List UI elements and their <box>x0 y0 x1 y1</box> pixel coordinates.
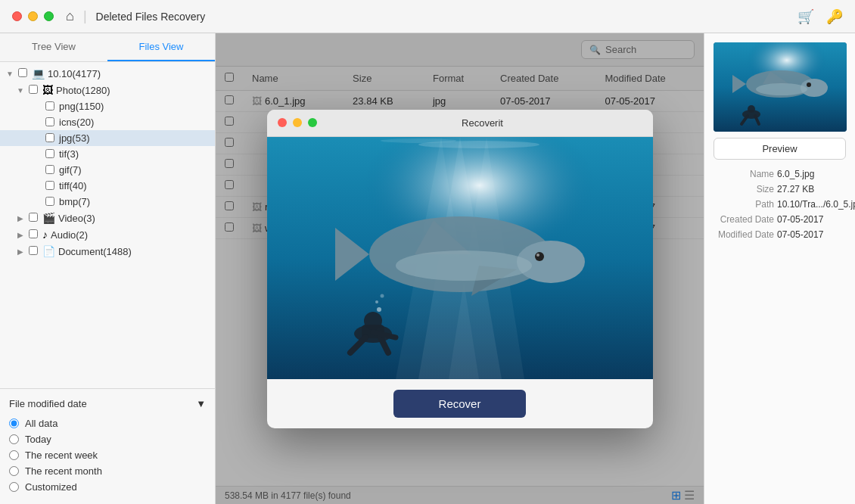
modal-recover-button[interactable]: Recover <box>393 390 527 418</box>
tree-toggle-icon[interactable]: ▶ <box>15 229 26 240</box>
tree-checkbox[interactable] <box>45 133 56 144</box>
filter-title[interactable]: File modified date ▼ <box>9 395 206 412</box>
key-icon[interactable]: 🔑 <box>826 8 843 25</box>
tree-item-selected[interactable]: jpg(53) <box>0 130 215 146</box>
meta-path-label: Path <box>714 199 774 210</box>
modal-maximize-button[interactable] <box>308 118 317 127</box>
tree-item[interactable]: ▼ 🖼 Photo(1280) <box>0 82 215 98</box>
meta-modified-row: Modified Date 07-05-2017 <box>714 229 846 240</box>
tree-item-label: jpg(53) <box>59 132 89 144</box>
preview-metadata: Name 6.0_5.jpg Size 27.27 KB Path 10.10/… <box>714 169 846 240</box>
meta-modified-label: Modified Date <box>714 229 774 240</box>
tree-item[interactable]: tiff(40) <box>0 178 215 194</box>
tree-item[interactable]: ▶ 🎬 Video(3) <box>0 210 215 226</box>
svg-point-10 <box>396 250 532 281</box>
filter-radio-week[interactable] <box>9 450 19 460</box>
tree-checkbox[interactable] <box>45 197 56 207</box>
tree-item-label: icns(20) <box>59 117 94 128</box>
minimize-button[interactable] <box>28 11 38 21</box>
file-tree: ▼ 💻 10.10(4177) ▼ 🖼 Photo(1280) <box>0 62 215 388</box>
tree-toggle-icon[interactable]: ▼ <box>5 68 15 79</box>
filter-option-week[interactable]: The recent week <box>9 447 206 463</box>
tree-toggle-placeholder <box>32 117 42 128</box>
filter-option-label: The recent week <box>25 450 98 461</box>
close-button[interactable] <box>12 11 22 21</box>
modal-close-button[interactable] <box>278 118 287 127</box>
preview-button[interactable]: Preview <box>714 138 846 160</box>
tree-item-label: tif(3) <box>59 148 79 160</box>
tree-item-label: tiff(40) <box>59 180 87 191</box>
meta-name-row: Name 6.0_5.jpg <box>714 169 846 179</box>
tree-item-label: Video(3) <box>58 213 95 224</box>
tree-toggle-icon[interactable]: ▶ <box>15 246 26 257</box>
tree-checkbox[interactable] <box>45 165 56 176</box>
filter-option-custom[interactable]: Customized <box>9 479 206 495</box>
svg-point-12 <box>536 254 539 257</box>
tree-checkbox[interactable] <box>45 117 56 128</box>
modal-minimize-button[interactable] <box>293 118 302 127</box>
svg-point-11 <box>535 252 544 261</box>
filter-option-all[interactable]: All data <box>9 415 206 431</box>
filter-options: All data Today The recent week The recen… <box>9 412 206 498</box>
meta-created-value: 07-05-2017 <box>777 214 823 225</box>
tree-toggle-placeholder <box>32 165 42 176</box>
tree-item[interactable]: tif(3) <box>0 146 215 162</box>
filter-radio-today[interactable] <box>9 434 19 444</box>
tree-toggle-placeholder <box>32 149 42 160</box>
filter-radio-custom[interactable] <box>9 482 19 492</box>
titlebar-icons: 🛒 🔑 <box>797 8 843 25</box>
recoverit-modal: Recoverit <box>267 110 653 428</box>
filter-option-label: All data <box>25 418 58 429</box>
filter-option-today[interactable]: Today <box>9 431 206 447</box>
tree-item[interactable]: ▶ ♪ Audio(2) <box>0 226 215 243</box>
tree-checkbox[interactable] <box>29 246 39 257</box>
cart-icon[interactable]: 🛒 <box>797 8 814 25</box>
preview-panel: Preview Name 6.0_5.jpg Size 27.27 KB Pat… <box>704 33 855 504</box>
svg-point-21 <box>380 294 384 297</box>
svg-point-31 <box>807 82 811 87</box>
meta-path-row: Path 10.10/Tra.../6.0_5.jpg <box>714 199 846 210</box>
content-area: 🔍 Name Size Format Created Date Modified… <box>216 33 704 504</box>
modal-titlebar: Recoverit <box>267 110 653 137</box>
svg-point-17 <box>364 312 382 330</box>
tab-files-view[interactable]: Files View <box>107 33 215 61</box>
titlebar: ⌂ | Deleted Files Recovery 🛒 🔑 <box>0 0 855 33</box>
tree-item[interactable]: gif(7) <box>0 162 215 178</box>
modal-preview-image <box>267 137 653 379</box>
tree-item-label: Audio(2) <box>51 229 88 241</box>
tree-item[interactable]: icns(20) <box>0 114 215 130</box>
meta-modified-value: 07-05-2017 <box>777 229 823 240</box>
filter-radio-all[interactable] <box>9 418 19 428</box>
maximize-button[interactable] <box>44 11 54 21</box>
tree-checkbox[interactable] <box>18 68 29 79</box>
tree-item-label: png(1150) <box>59 101 104 112</box>
shark-image-svg <box>267 137 653 379</box>
tree-toggle-placeholder <box>32 133 42 144</box>
tree-checkbox[interactable] <box>29 229 39 240</box>
tree-item-label: 10.10(4177) <box>48 68 101 79</box>
tree-checkbox[interactable] <box>29 85 39 95</box>
tree-item[interactable]: ▼ 💻 10.10(4177) <box>0 65 215 82</box>
tree-item[interactable]: png(1150) <box>0 98 215 114</box>
tab-tree-view[interactable]: Tree View <box>0 33 107 61</box>
audio-icon: ♪ <box>42 229 48 241</box>
filter-radio-month[interactable] <box>9 466 19 476</box>
filter-option-month[interactable]: The recent month <box>9 463 206 479</box>
tree-checkbox[interactable] <box>45 181 56 191</box>
tree-checkbox[interactable] <box>29 213 39 223</box>
tree-toggle-icon[interactable]: ▼ <box>15 85 26 95</box>
modal-title: Recoverit <box>323 117 642 129</box>
tree-item[interactable]: bmp(7) <box>0 194 215 210</box>
tree-checkbox[interactable] <box>45 149 56 160</box>
home-icon[interactable]: ⌂ <box>66 8 74 24</box>
document-icon: 📄 <box>42 245 55 257</box>
tree-toggle-icon[interactable]: ▶ <box>15 213 26 223</box>
filter-toggle-icon[interactable]: ▼ <box>196 398 206 409</box>
sidebar: Tree View Files View ▼ 💻 10.10(4177) ▼ 🖼 <box>0 33 216 504</box>
filter-section: File modified date ▼ All data Today The … <box>0 388 215 504</box>
svg-point-30 <box>756 83 807 95</box>
tree-item[interactable]: ▶ 📄 Document(1488) <box>0 243 215 260</box>
preview-thumbnail-svg <box>714 42 847 132</box>
tree-checkbox[interactable] <box>45 101 56 112</box>
meta-size-value: 27.27 KB <box>777 184 814 194</box>
